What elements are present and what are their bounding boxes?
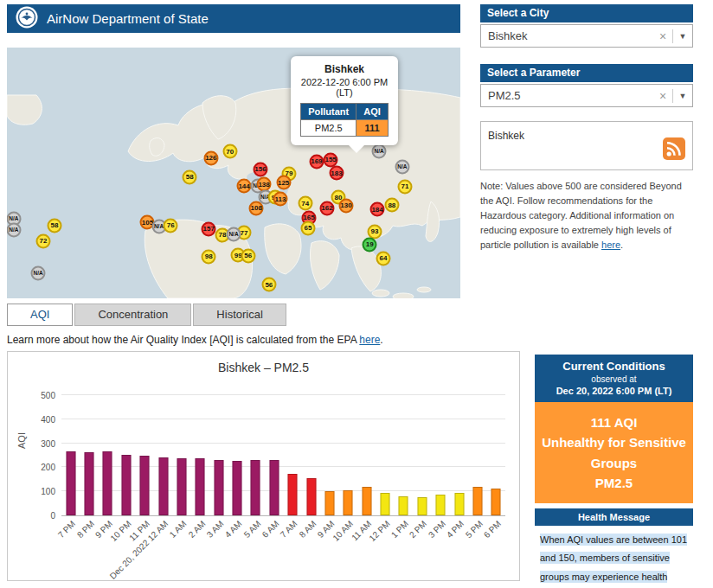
aqi-map-marker[interactable]: 126 <box>203 150 218 165</box>
popup-col-pollutant: Pollutant <box>301 104 356 120</box>
aqi-bar[interactable] <box>306 478 316 515</box>
city-clear-icon[interactable]: × <box>653 29 672 43</box>
page-title: AirNow Department of State <box>47 11 209 26</box>
aqi-bar[interactable] <box>436 495 446 515</box>
rss-feed-icon[interactable] <box>663 137 685 163</box>
chart-plot: 01002003004005007 PM8 PM9 PM10 PM11 PMDe… <box>61 395 505 516</box>
map-popup[interactable]: Bishkek 2022-12-20 6:00 PM (LT) Pollutan… <box>291 56 398 145</box>
city-chevron-down-icon[interactable]: ▼ <box>673 32 692 41</box>
aqi-map-marker[interactable]: 74 <box>298 196 312 211</box>
aqi-map-marker[interactable]: 183 <box>329 166 344 181</box>
aqi-map-marker[interactable]: 58 <box>48 218 62 233</box>
parameter-chevron-down-icon[interactable]: ▼ <box>673 92 692 100</box>
aqi-bar[interactable] <box>324 491 334 515</box>
aqi-bar[interactable] <box>344 490 353 515</box>
aqi-map-marker[interactable]: 108 <box>249 201 264 215</box>
x-axis-tick-label: 2 AM <box>186 519 207 540</box>
aqi-map-marker[interactable]: 56 <box>261 278 276 292</box>
aqi-bar[interactable] <box>214 460 223 515</box>
aqi-map-marker[interactable]: N/A <box>227 227 241 242</box>
aqi-bar[interactable] <box>399 496 408 515</box>
feed-city-label: Bishkek <box>488 130 524 142</box>
aqi-map-marker[interactable]: 184 <box>370 202 385 217</box>
tab-historical[interactable]: Historical <box>193 304 286 326</box>
city-select[interactable]: Bishkek × ▼ <box>480 24 693 48</box>
aqi-bar[interactable] <box>177 458 186 515</box>
aqi-map-marker[interactable]: 162 <box>319 201 334 215</box>
aqi-map-marker[interactable]: N/A <box>7 223 21 238</box>
aqi-map-marker[interactable]: 113 <box>273 192 287 207</box>
aqi-map[interactable]: 701265815679169155183144N/A138125N/A9511… <box>7 48 460 298</box>
beyond-aqi-note: Note: Values above 500 are considered Be… <box>480 179 693 252</box>
aqi-map-marker[interactable]: N/A <box>372 144 387 159</box>
x-axis-tick-label: 3 AM <box>205 519 226 540</box>
aqi-map-marker[interactable]: 71 <box>398 179 413 194</box>
aqi-bar[interactable] <box>288 474 298 515</box>
x-axis-tick-label: 5 PM <box>463 519 484 540</box>
select-parameter-header: Select a Parameter <box>480 64 693 82</box>
popup-lt: (LT) <box>295 87 394 98</box>
parameter-select-value: PM2.5 <box>481 89 653 102</box>
note-here-link[interactable]: here <box>601 240 620 250</box>
parameter-clear-icon[interactable]: × <box>653 89 672 103</box>
x-axis-tick-label: 1 PM <box>389 519 410 540</box>
aqi-map-marker[interactable]: 70 <box>222 144 237 159</box>
aqi-map-marker[interactable]: 56 <box>241 248 255 263</box>
tab-aqi[interactable]: AQI <box>7 304 73 326</box>
aqi-bar[interactable] <box>121 455 131 515</box>
aqi-map-marker[interactable]: 130 <box>338 198 353 213</box>
aqi-bar[interactable] <box>491 489 501 515</box>
tab-concentration[interactable]: Concentration <box>74 304 191 326</box>
aqi-bar[interactable] <box>362 487 371 515</box>
aqi-bar[interactable] <box>269 460 279 515</box>
learn-more-after: . <box>380 334 382 346</box>
y-axis-tick-label: 300 <box>41 439 55 449</box>
aqi-map-marker[interactable]: 125 <box>276 176 291 190</box>
health-message-body: When AQI values are between 101 and 150,… <box>535 526 693 588</box>
aqi-bar[interactable] <box>381 493 390 515</box>
aqi-bar[interactable] <box>417 497 427 515</box>
y-axis-tick-label: 500 <box>41 391 55 400</box>
y-axis-title: AQI <box>16 432 27 449</box>
aqi-map-marker[interactable]: 169 <box>309 154 324 169</box>
current-conditions-header: Current Conditions observed at Dec 20, 2… <box>535 355 693 402</box>
aqi-bar[interactable] <box>196 458 205 515</box>
x-axis-tick-label: 4 AM <box>223 519 244 540</box>
aqi-bar[interactable] <box>251 460 260 515</box>
learn-more-text: Learn more about how the Air Quality Ind… <box>7 334 383 346</box>
aqi-bar[interactable] <box>158 457 168 515</box>
aqi-bar[interactable] <box>85 452 94 515</box>
aqi-bar[interactable] <box>66 451 75 516</box>
aqi-map-marker[interactable]: 72 <box>35 233 50 248</box>
aqi-map-marker[interactable]: 157 <box>202 221 216 236</box>
aqi-bar[interactable] <box>103 451 112 515</box>
aqi-bar[interactable] <box>140 456 150 515</box>
popup-aqi-value: 111 <box>356 120 389 137</box>
aqi-map-marker[interactable]: 19 <box>363 237 377 252</box>
popup-city: Bishkek <box>295 63 394 75</box>
aqi-map-marker[interactable]: 98 <box>202 249 216 264</box>
select-city-header: Select a City <box>480 4 693 22</box>
popup-pollutant-value: PM2.5 <box>301 120 356 137</box>
aqi-map-marker[interactable]: 156 <box>253 162 267 176</box>
x-axis-tick-label: 2 PM <box>408 519 428 540</box>
aqi-map-marker[interactable]: 76 <box>164 218 178 233</box>
x-axis-tick-label: 8 PM <box>75 519 96 540</box>
x-axis-tick-label: 6 PM <box>482 519 503 540</box>
aqi-bar[interactable] <box>454 493 464 515</box>
epa-here-link[interactable]: here <box>359 334 380 346</box>
aqi-map-marker[interactable]: 144 <box>237 179 252 194</box>
aqi-category: Unhealthy for Sensitive Groups <box>542 432 686 473</box>
parameter-select[interactable]: PM2.5 × ▼ <box>480 84 693 107</box>
aqi-map-marker[interactable]: N/A <box>395 160 409 175</box>
aqi-map-marker[interactable]: 58 <box>183 169 197 184</box>
aqi-map-marker[interactable]: 88 <box>384 198 399 213</box>
chart-title: Bishkek – PM2.5 <box>8 361 519 374</box>
popup-col-aqi: AQI <box>356 104 389 120</box>
aqi-map-marker[interactable]: N/A <box>31 266 46 281</box>
aqi-pollutant: PM2.5 <box>542 473 686 493</box>
aqi-map-marker[interactable]: 65 <box>300 220 315 235</box>
aqi-bar[interactable] <box>472 487 482 515</box>
aqi-map-marker[interactable]: 64 <box>376 251 390 265</box>
aqi-bar[interactable] <box>233 461 242 515</box>
